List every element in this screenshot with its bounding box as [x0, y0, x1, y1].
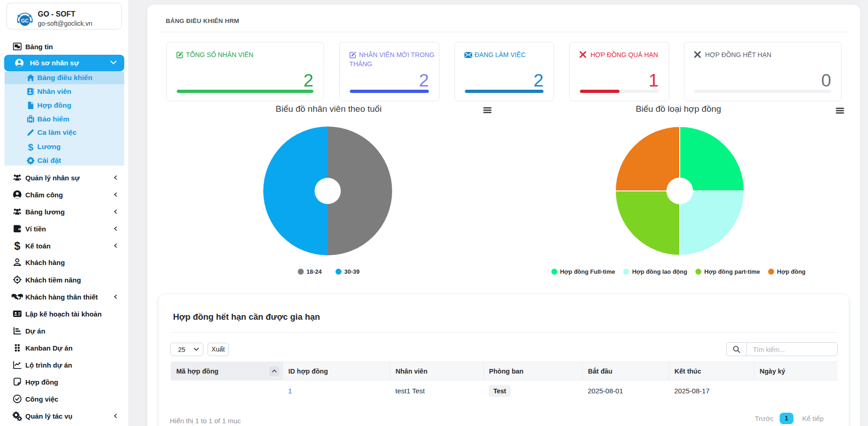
svg-text:GC: GC: [21, 18, 29, 23]
